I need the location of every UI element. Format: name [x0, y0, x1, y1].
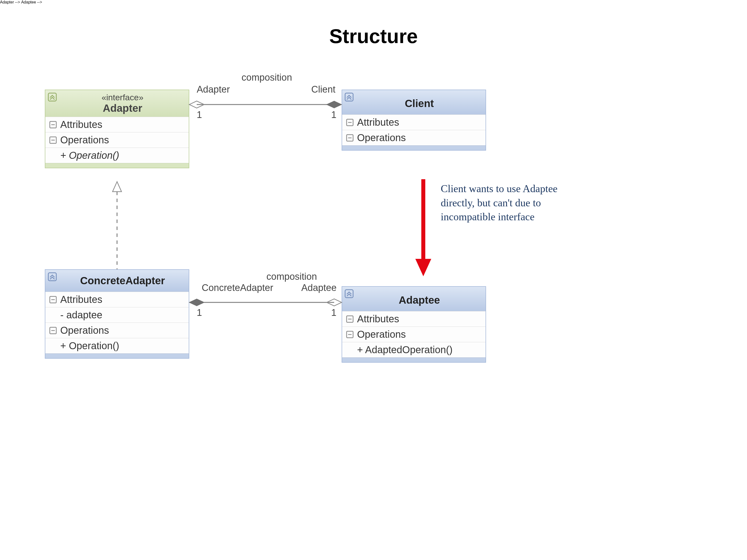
attribute-item: - adaptee: [45, 307, 189, 323]
collapse-icon: [48, 272, 57, 281]
problem-arrow-icon: [413, 179, 433, 276]
expand-icon: [346, 331, 354, 338]
expand-icon: [49, 136, 57, 144]
collapse-icon: [344, 92, 354, 102]
expand-icon: [346, 119, 354, 126]
annotation-note: Client wants to use Adaptee directly, bu…: [441, 182, 580, 224]
attribute-label: - adaptee: [60, 310, 186, 321]
operation-item: + AdaptedOperation(): [342, 342, 486, 357]
section-operations: Operations: [45, 132, 189, 148]
class-adapter: «interface» Adapter Attributes Operation…: [45, 89, 189, 168]
role-concrete: ConcreteAdapter: [202, 283, 273, 293]
operation-item: + Operation(): [45, 338, 189, 353]
operation-label: + Operation(): [60, 340, 186, 351]
connector-realization: [109, 182, 125, 271]
section-attributes: Attributes: [342, 311, 486, 326]
expand-icon: [49, 296, 57, 303]
page-title: Structure: [0, 25, 747, 48]
expand-icon: [49, 327, 57, 334]
role-adapter: Adapter: [197, 84, 230, 95]
section-operations: Operations: [45, 323, 189, 338]
class-concrete-adapter-title: ConcreteAdapter: [45, 270, 189, 292]
section-label: Attributes: [357, 313, 483, 324]
assoc-label: composition: [241, 72, 292, 83]
section-operations: Operations: [342, 326, 486, 342]
class-adapter-title: «interface» Adapter: [45, 90, 189, 117]
mult-adaptee: 1: [331, 308, 336, 318]
section-attributes: Attributes: [342, 114, 486, 130]
section-attributes: Attributes: [45, 292, 189, 307]
stereotype-label: «interface»: [60, 92, 185, 102]
mult-concrete: 1: [197, 308, 202, 318]
class-concrete-adapter: ConcreteAdapter Attributes - adaptee Ope…: [45, 269, 189, 358]
assoc-label: composition: [266, 271, 317, 282]
expand-icon: [346, 315, 354, 323]
svg-marker-21: [189, 101, 204, 108]
class-name-label: ConcreteAdapter: [60, 272, 185, 289]
svg-marker-29: [415, 259, 431, 276]
svg-marker-25: [327, 299, 342, 306]
class-client-title: Client: [342, 90, 486, 114]
connector-client-adapter: [189, 95, 342, 114]
class-name-label: Adapter: [60, 102, 185, 114]
mult-client: 1: [331, 109, 336, 120]
collapse-icon: [344, 289, 354, 298]
class-adaptee-title: Adaptee: [342, 287, 486, 311]
section-label: Attributes: [60, 294, 186, 305]
role-client: Client: [311, 84, 335, 95]
expand-icon: [49, 121, 57, 128]
svg-marker-22: [327, 101, 342, 108]
section-label: Operations: [60, 325, 186, 336]
operation-label: + Operation(): [60, 150, 186, 161]
class-footer: [45, 163, 189, 168]
class-client: Client Attributes Operations: [342, 89, 486, 151]
mult-adapter: 1: [197, 109, 202, 120]
svg-marker-27: [112, 182, 122, 192]
class-adaptee: Adaptee Attributes Operations + AdaptedO…: [342, 286, 486, 363]
class-name-label: Client: [357, 92, 482, 112]
section-label: Operations: [60, 134, 186, 145]
section-attributes: Attributes: [45, 117, 189, 132]
section-label: Operations: [357, 132, 483, 143]
class-footer: [342, 145, 486, 150]
expand-icon: [346, 134, 354, 142]
operation-item: + Operation(): [45, 148, 189, 163]
section-label: Attributes: [60, 119, 186, 130]
section-label: Operations: [357, 329, 483, 340]
collapse-icon: [48, 92, 57, 102]
role-adaptee: Adaptee: [301, 283, 337, 293]
operation-label: + AdaptedOperation(): [357, 344, 483, 355]
connector-concrete-adaptee: [189, 292, 342, 312]
class-name-label: Adaptee: [357, 289, 482, 309]
class-footer: [45, 353, 189, 358]
section-label: Attributes: [357, 117, 483, 128]
class-footer: [342, 357, 486, 362]
section-operations: Operations: [342, 130, 486, 145]
svg-marker-24: [189, 299, 204, 306]
